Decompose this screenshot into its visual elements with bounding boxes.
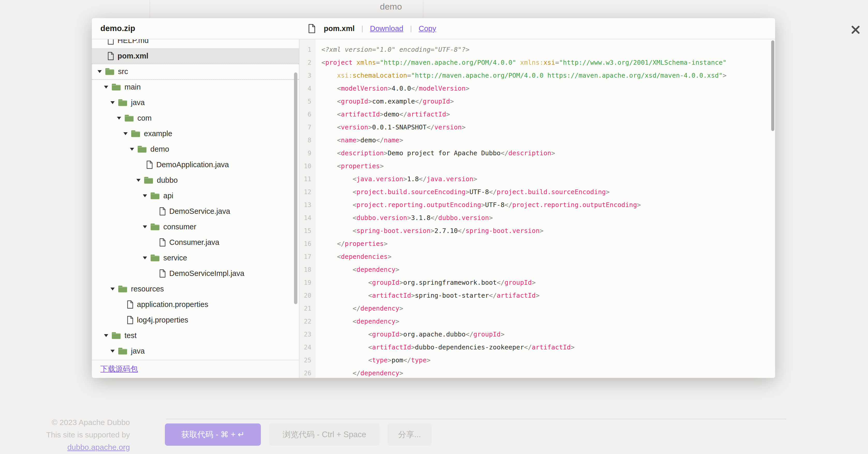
code-line: 8 <name>demo</name> — [300, 134, 775, 147]
archive-name: demo.zip — [92, 24, 300, 33]
tree-item-consumer[interactable]: consumer — [92, 219, 299, 235]
tree-item-label: DemoService.java — [169, 207, 230, 216]
caret-down-icon[interactable] — [136, 178, 141, 182]
line-number: 8 — [300, 134, 315, 147]
folder-icon — [144, 176, 153, 184]
code-line: 12 <project.build.sourceEncoding>UTF-8</… — [300, 186, 775, 199]
tree-item-main[interactable]: main — [92, 79, 299, 95]
tree-item-api[interactable]: api — [92, 188, 299, 204]
code-scrollbar[interactable] — [771, 40, 774, 131]
tree-item-pom-xml[interactable]: pom.xml — [92, 48, 299, 64]
tree-item-demo[interactable]: demo — [92, 141, 299, 157]
line-number: 16 — [300, 237, 315, 250]
tree-item-test[interactable]: test — [92, 328, 299, 343]
line-number: 4 — [300, 82, 315, 95]
tree-item-demoapplication-java[interactable]: DemoApplication.java — [92, 157, 299, 172]
tree-item-label: com — [137, 114, 152, 122]
tree-item-java[interactable]: java — [92, 95, 299, 110]
tree-item-demoservice-java[interactable]: DemoService.java — [92, 204, 299, 219]
code-line: 15 <spring-boot.version>2.7.10</spring-b… — [300, 224, 775, 237]
background-panel-divider-right — [423, 0, 424, 18]
code-line: 17 <dependencies> — [300, 250, 775, 263]
file-icon — [159, 207, 166, 216]
caret-down-icon[interactable] — [103, 334, 109, 337]
file-icon — [127, 300, 133, 309]
line-number: 9 — [300, 147, 315, 160]
folder-icon — [118, 99, 128, 107]
caret-down-icon[interactable] — [110, 349, 115, 353]
tree-item-demoserviceimpl-java[interactable]: DemoServiceImpl.java — [92, 266, 299, 281]
tree-item-service[interactable]: service — [92, 250, 299, 266]
modal-body: HELP.mdpom.xmlsrcmainjavacomexampledemoD… — [92, 39, 775, 378]
folder-icon — [111, 332, 121, 340]
tree-item-dubbo[interactable]: dubbo — [92, 172, 299, 188]
tree-item-label: resources — [131, 285, 164, 293]
folder-icon — [111, 83, 121, 91]
line-number: 14 — [300, 211, 315, 224]
caret-down-icon[interactable] — [97, 70, 102, 73]
code-line: 14 <dubbo.version>3.1.8</dubbo.version> — [300, 211, 775, 224]
code-line: 13 <project.reporting.outputEncoding>UTF… — [300, 199, 775, 211]
caret-down-icon[interactable] — [110, 287, 115, 291]
bottom-divider — [166, 419, 786, 419]
caret-down-icon[interactable] — [142, 194, 148, 198]
close-button[interactable] — [848, 23, 863, 37]
download-source-package-link[interactable]: 下载源码包 — [100, 364, 138, 374]
code-line: 24 <artifactId>dubbo-dependencies-zookee… — [300, 341, 775, 354]
browse-code-button[interactable]: 浏览代码 - Ctrl + Space — [269, 423, 380, 446]
caret-down-icon[interactable] — [142, 256, 148, 260]
code-line: 16 </properties> — [300, 237, 775, 250]
tree-item-application-properties[interactable]: application.properties — [92, 297, 299, 312]
tree-item-label: test — [124, 331, 137, 340]
line-number: 3 — [300, 69, 315, 82]
tree-item-label: service — [163, 254, 187, 262]
dubbo-apache-org-link[interactable]: dubbo.apache.org — [67, 443, 130, 451]
separator: | — [361, 24, 363, 33]
tree-item-label: Consumer.java — [169, 238, 219, 247]
caret-down-icon[interactable] — [117, 116, 122, 120]
page-footer: © 2023 Apache Dubbo This site is support… — [0, 416, 130, 453]
caret-down-icon[interactable] — [123, 132, 128, 135]
close-icon — [850, 25, 861, 36]
tree-item-java[interactable]: java — [92, 343, 299, 359]
file-header: pom.xml | Download | Copy — [300, 24, 436, 33]
caret-down-icon[interactable] — [142, 225, 148, 229]
separator: | — [410, 24, 412, 33]
caret-down-icon[interactable] — [110, 101, 115, 104]
tree-item-label: dubbo — [157, 176, 178, 185]
tree-item-label: api — [163, 191, 174, 200]
file-title: pom.xml — [324, 24, 354, 33]
line-number: 18 — [300, 263, 315, 276]
tree-item-com[interactable]: com — [92, 110, 299, 126]
code-line: 22 <dependency> — [300, 315, 775, 328]
tree-item-consumer-java[interactable]: Consumer.java — [92, 235, 299, 250]
tree-item-resources[interactable]: resources — [92, 281, 299, 297]
folder-icon — [150, 192, 160, 200]
get-code-button[interactable]: 获取代码 - ⌘ + ↵ — [165, 423, 261, 446]
line-number: 10 — [300, 160, 315, 173]
code-line: 2<project xmlns="http://maven.apache.org… — [300, 56, 775, 69]
tree-item-help-md[interactable]: HELP.md — [92, 39, 299, 48]
code-line: 21 </dependency> — [300, 302, 775, 315]
tree-item-label: log4j.properties — [137, 316, 188, 324]
line-number: 1 — [300, 43, 315, 56]
download-link[interactable]: Download — [370, 24, 403, 33]
line-number: 6 — [300, 108, 315, 121]
line-number: 7 — [300, 121, 315, 134]
copy-link[interactable]: Copy — [419, 24, 436, 33]
share-button[interactable]: 分享... — [388, 423, 432, 446]
line-number: 5 — [300, 95, 315, 108]
caret-down-icon[interactable] — [129, 147, 134, 151]
tree-item-src[interactable]: src — [92, 64, 299, 79]
tree-item-example[interactable]: example — [92, 126, 299, 141]
tree-item-label: HELP.md — [118, 39, 149, 45]
folder-icon — [150, 223, 160, 231]
tree-item-log4j-properties[interactable]: log4j.properties — [92, 312, 299, 328]
caret-down-icon[interactable] — [103, 85, 109, 89]
tree-scrollbar[interactable] — [294, 72, 297, 304]
line-number: 11 — [300, 173, 315, 186]
file-icon — [127, 316, 133, 324]
tree-item-label: main — [124, 83, 141, 91]
code-line: 26 </dependency> — [300, 367, 775, 378]
line-number: 13 — [300, 199, 315, 211]
